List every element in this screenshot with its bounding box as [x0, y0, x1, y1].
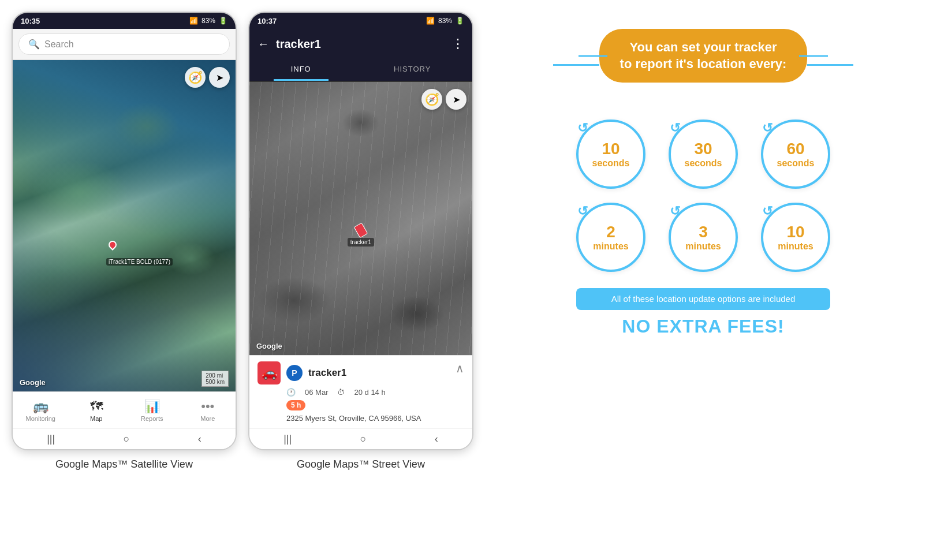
p2-sys-back[interactable]: |||: [283, 433, 292, 445]
phone1-status-bar: 10:35 📶 83% 🔋: [13, 13, 236, 29]
locate-button[interactable]: ➤: [209, 67, 230, 88]
phone2-system-nav: ||| ○ ‹: [249, 428, 472, 449]
circle-2m-number: 2: [606, 223, 615, 241]
search-bar: 🔍 Search: [13, 29, 236, 60]
circle-2m-unit: minutes: [593, 241, 628, 252]
phone2-frame: 10:37 📶 83% 🔋 ← tracker1 ⋮ INFO HISTORY …: [248, 12, 473, 450]
info-timer-icon: ⏱: [337, 388, 345, 397]
info-address: 2325 Myers St, Oroville, CA 95966, USA: [257, 414, 464, 423]
p2-sys-home[interactable]: ○: [360, 433, 367, 445]
nav-map[interactable]: 🗺 Map: [76, 399, 117, 422]
left-line: [553, 64, 599, 66]
phone1-status-right: 📶 83% 🔋: [189, 17, 227, 25]
phone2-wrapper: 10:37 📶 83% 🔋 ← tracker1 ⋮ INFO HISTORY …: [248, 12, 473, 471]
no-fees-banner: All of these location update options are…: [576, 288, 830, 310]
phone2-status-right: 📶 83% 🔋: [426, 17, 464, 25]
bottom-nav: 🚌 Monitoring 🗺 Map 📊 Reports ••• More: [13, 391, 236, 428]
nav-more-label: More: [200, 415, 215, 422]
info-meta: 🕐 06 Mar ⏱ 20 d 14 h: [257, 388, 464, 397]
google-logo: Google: [20, 378, 46, 387]
arrow-icon-4: ↺: [577, 204, 588, 219]
tracker-title: tracker1: [276, 38, 445, 51]
sys-recent[interactable]: ‹: [198, 433, 201, 445]
info-car-icon: 🚗: [257, 361, 281, 384]
nav-monitoring-label: Monitoring: [26, 415, 55, 422]
aerial-tracker-label: tracker1: [348, 238, 374, 247]
arrow-icon-1: ↺: [577, 121, 588, 136]
headline-line2: to report it's location every:: [620, 57, 787, 71]
menu-button[interactable]: ⋮: [451, 36, 464, 51]
aerial-compass-button[interactable]: 🧭: [421, 89, 442, 110]
nav-more[interactable]: ••• More: [188, 399, 228, 422]
map-scale: 200 mi500 km: [201, 371, 229, 387]
arrow-icon-2: ↺: [670, 121, 680, 136]
phone1-wrapper: 10:35 📶 83% 🔋 🔍 Search 🧭 ➤ iTrack1TE BOL…: [12, 12, 237, 471]
signal-icon: 📶: [189, 17, 198, 25]
nav-map-label: Map: [90, 415, 102, 422]
tracker-panel: You can set your tracker to report it's …: [485, 12, 921, 354]
arrow-icon-5: ↺: [670, 204, 680, 219]
tab-history-label: HISTORY: [394, 65, 431, 73]
tab-info-label: INFO: [291, 65, 311, 73]
headline-text: You can set your tracker to report it's …: [620, 39, 787, 72]
aerial-map[interactable]: 🧭 ➤ tracker1 Google: [249, 82, 472, 355]
circle-60s-number: 60: [786, 140, 804, 158]
circle-3m-number: 3: [699, 223, 708, 241]
info-name: tracker1: [308, 367, 346, 379]
more-icon: •••: [201, 399, 214, 414]
scale-text: 200 mi500 km: [206, 372, 225, 385]
aerial-locate-button[interactable]: ➤: [446, 89, 466, 110]
circle-60s-unit: seconds: [777, 158, 815, 169]
satellite-map[interactable]: 🧭 ➤ iTrack1TE BOLD (0177) Google 200 mi5…: [13, 60, 236, 391]
info-top-row: 🚗 P tracker1 ∧: [257, 361, 464, 384]
aerial-google-logo: Google: [256, 342, 282, 350]
phone1-frame: 10:35 📶 83% 🔋 🔍 Search 🧭 ➤ iTrack1TE BOL…: [12, 12, 237, 450]
compass-button[interactable]: 🧭: [185, 67, 206, 88]
circle-30s-number: 30: [694, 140, 712, 158]
nav-monitoring[interactable]: 🚌 Monitoring: [20, 399, 61, 422]
expand-icon[interactable]: ∧: [456, 361, 464, 375]
no-fees-banner-text: All of these location update options are…: [611, 294, 796, 304]
aerial-car-marker: [354, 222, 368, 238]
headline-line1: You can set your tracker: [629, 40, 777, 54]
circle-10s-unit: seconds: [592, 158, 630, 169]
circle-10m-number: 10: [786, 223, 804, 241]
circle-10m: ↺ 10 minutes: [761, 203, 830, 272]
right-line: [807, 64, 853, 66]
phone2-caption: Google Maps™ Street View: [297, 458, 425, 471]
tab-history[interactable]: HISTORY: [376, 59, 448, 81]
circle-30s: ↺ 30 seconds: [669, 120, 738, 189]
headline-box: You can set your tracker to report it's …: [599, 29, 808, 83]
p2-battery-icon: 🔋: [456, 17, 464, 25]
sys-home[interactable]: ○: [124, 433, 130, 445]
info-time-badge: 5 h: [286, 400, 305, 410]
phone2-time: 10:37: [257, 17, 277, 25]
phone2-header: ← tracker1 ⋮: [249, 29, 472, 59]
headline-line: You can set your tracker to report it's …: [553, 29, 853, 101]
phone1-caption: Google Maps™ Satellite View: [55, 458, 193, 471]
system-nav: ||| ○ ‹: [13, 428, 236, 449]
circle-3m-unit: minutes: [685, 241, 721, 252]
info-date: 06 Mar: [305, 388, 328, 397]
back-button[interactable]: ←: [257, 38, 269, 51]
reports-icon: 📊: [144, 399, 160, 414]
info-p-badge: P: [286, 365, 303, 381]
phone2-status-bar: 10:37 📶 83% 🔋: [249, 13, 472, 29]
circle-30s-unit: seconds: [685, 158, 722, 169]
tab-info[interactable]: INFO: [274, 59, 329, 81]
search-placeholder: Search: [44, 39, 74, 50]
info-clock-icon: 🕐: [286, 388, 296, 397]
search-input[interactable]: 🔍 Search: [18, 33, 230, 55]
circle-10s-number: 10: [602, 140, 619, 158]
info-panel: 🚗 P tracker1 ∧ 🕐 06 Mar ⏱ 20 d 14 h 5 h …: [249, 355, 472, 428]
arrow-icon-3: ↺: [762, 121, 772, 136]
phone1-time: 10:35: [21, 17, 40, 25]
sys-back[interactable]: |||: [47, 433, 55, 445]
circle-10s: ↺ 10 seconds: [576, 120, 645, 189]
p2-sys-recent[interactable]: ‹: [435, 433, 438, 445]
search-icon: 🔍: [28, 39, 40, 50]
arrow-icon-6: ↺: [762, 204, 772, 219]
nav-reports[interactable]: 📊 Reports: [132, 399, 172, 422]
monitoring-icon: 🚌: [33, 399, 48, 414]
p2-signal-icon: 📶: [426, 17, 435, 25]
